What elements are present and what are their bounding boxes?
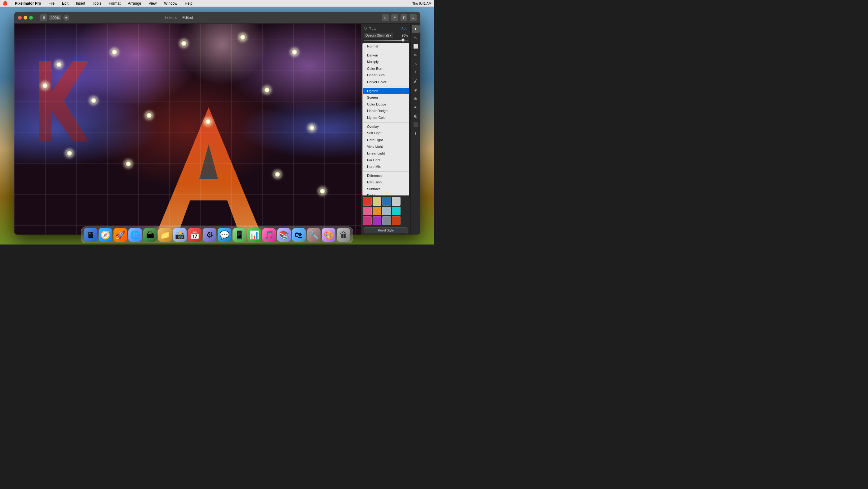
dock-launchpad[interactable]: 🚀	[114, 228, 127, 242]
dock-music[interactable]: 🎵	[262, 228, 276, 242]
dock-gear[interactable]: ⚙	[203, 228, 216, 242]
insert-menu[interactable]: Insert	[75, 1, 87, 6]
swatch-blue[interactable]	[382, 197, 391, 206]
canvas	[14, 24, 361, 235]
blend-exclusion[interactable]: Exclusion	[363, 179, 409, 186]
tools-menu[interactable]: Tools	[91, 1, 103, 6]
blend-difference[interactable]: Difference	[363, 173, 409, 179]
blend-darker-color[interactable]: Darker Color	[363, 79, 409, 86]
blend-pin-light[interactable]: Pin Light	[363, 157, 409, 164]
blend-linear-burn[interactable]: Linear Burn	[363, 72, 409, 79]
dock-pixelmator[interactable]: 🎨	[322, 228, 335, 242]
blend-lighten[interactable]: Lighten	[363, 88, 409, 95]
tool-eyedropper[interactable]: ✒	[412, 103, 420, 111]
swatch-orange[interactable]	[373, 207, 381, 215]
tool-heal[interactable]: ◈	[412, 86, 420, 94]
tool-crop[interactable]: ⌖	[412, 68, 420, 76]
swatch-dark-orange[interactable]	[392, 216, 401, 225]
maximize-button[interactable]	[29, 16, 33, 20]
dock-camera[interactable]: 📸	[173, 228, 187, 242]
help-menu[interactable]: Help	[184, 1, 194, 6]
dock-photos[interactable]: 🏔	[143, 228, 157, 242]
apple-menu[interactable]: 🍎	[2, 1, 7, 6]
blend-soft-light[interactable]: Soft Light	[363, 130, 409, 137]
tool-fill[interactable]: ⬛	[412, 120, 420, 128]
blend-linear-dodge[interactable]: Linear Dodge	[363, 108, 409, 114]
style-panel-title: STYLE	[364, 26, 376, 30]
dock-messages[interactable]: 💬	[218, 228, 231, 242]
blend-screen[interactable]: Screen	[363, 94, 409, 101]
swatch-magenta[interactable]	[363, 216, 372, 225]
tool-select[interactable]: ✦	[412, 25, 420, 33]
blend-color-burn[interactable]: Color Burn	[363, 65, 409, 72]
grid-view-button[interactable]: ⊞	[40, 14, 47, 21]
swatch-cyan[interactable]	[392, 207, 401, 215]
opacity-slider-thumb[interactable]	[401, 38, 405, 41]
file-menu[interactable]: File	[48, 1, 56, 6]
layers-button[interactable]: ◧	[401, 14, 407, 21]
window-menu[interactable]: Window	[163, 1, 179, 6]
swatch-red[interactable]	[363, 197, 372, 206]
tool-rect[interactable]: ⬜	[412, 42, 420, 50]
tool-pen[interactable]: ✏	[412, 51, 420, 59]
blend-vivid-light[interactable]: Vivid Light	[363, 143, 409, 150]
dock-facetime[interactable]: 📱	[232, 228, 246, 242]
swatch-gray-blue[interactable]	[382, 216, 391, 225]
dock-books[interactable]: 📚	[277, 228, 291, 242]
swatch-tan[interactable]	[373, 197, 381, 206]
style-panel: STYLE Add Opacity (Normal) ▾ 90%	[361, 24, 410, 235]
tool-arrow[interactable]: ↖	[412, 33, 420, 41]
dock-calendar[interactable]: 📅	[188, 228, 202, 242]
add-layer-button[interactable]: +	[63, 15, 69, 21]
blend-hard-mix[interactable]: Hard Mix	[363, 164, 409, 170]
blend-dropdown-area: Normal Darken Multiply Color Burn Linear…	[361, 42, 410, 196]
minimize-button[interactable]	[24, 16, 27, 20]
svg-marker-2	[39, 61, 89, 142]
swatch-pink[interactable]	[363, 207, 372, 215]
swatch-light-gray[interactable]	[392, 197, 401, 206]
blend-linear-light[interactable]: Linear Light	[363, 150, 409, 157]
style-panel-header: STYLE Add	[361, 24, 410, 32]
tool-brush[interactable]: 🖌	[412, 77, 420, 85]
blend-divide[interactable]: Divide	[363, 192, 409, 196]
tool-clone[interactable]: ⊕	[412, 94, 420, 103]
tool-zoom[interactable]: ⌕	[412, 60, 420, 68]
blend-lighter-color[interactable]: Lighter Color	[363, 114, 409, 121]
dock-trash[interactable]: 🗑	[337, 228, 350, 242]
export-button[interactable]: ↗	[391, 14, 398, 21]
dock-chrome[interactable]: 🌐	[128, 228, 142, 242]
dock-files[interactable]: 📁	[158, 228, 172, 242]
blend-subtract[interactable]: Subtract	[363, 186, 409, 193]
edit-menu[interactable]: Edit	[61, 1, 70, 6]
format-menu[interactable]: Format	[107, 1, 122, 6]
app-name[interactable]: Pixelmator Pro	[13, 1, 42, 6]
tool-text[interactable]: T	[412, 129, 420, 137]
dock-prefs[interactable]: 🔧	[307, 228, 320, 242]
blend-normal[interactable]: Normal	[363, 43, 409, 50]
blend-multiply[interactable]: Multiply	[363, 59, 409, 65]
blend-mode-dropdown[interactable]: Normal Darken Multiply Color Burn Linear…	[362, 43, 409, 196]
tool-gradient[interactable]: ◐	[412, 112, 420, 120]
dock-numbers[interactable]: 📊	[247, 228, 261, 242]
dock-finder[interactable]: 🖥	[84, 228, 97, 242]
blend-mode-trigger[interactable]: Opacity (Normal) ▾	[364, 33, 393, 38]
blend-divider-1	[363, 51, 409, 51]
blend-color-dodge[interactable]: Color Dodge	[363, 101, 409, 108]
swatch-purple[interactable]	[373, 216, 381, 225]
blend-darken[interactable]: Darken	[363, 52, 409, 59]
close-button[interactable]	[18, 16, 22, 20]
view-menu[interactable]: View	[147, 1, 158, 6]
titlebar-tools: ⊞ 100% +	[40, 14, 69, 21]
dock-safari[interactable]: 🧭	[99, 228, 112, 242]
reset-style-button[interactable]: Reset Style	[364, 227, 408, 233]
arrange-menu[interactable]: Arrange	[127, 1, 143, 6]
blend-hard-light[interactable]: Hard Light	[363, 137, 409, 144]
blend-overlay[interactable]: Overlay	[363, 123, 409, 130]
canvas-area[interactable]	[14, 24, 361, 235]
dock-appstore[interactable]: 🛍	[292, 228, 306, 242]
settings-button[interactable]: ≡	[410, 14, 416, 21]
swatch-sky-blue[interactable]	[382, 207, 391, 215]
opacity-slider-track[interactable]	[364, 40, 408, 41]
share-button[interactable]: ⎋	[382, 14, 389, 21]
style-add-button[interactable]: Add	[401, 26, 407, 30]
